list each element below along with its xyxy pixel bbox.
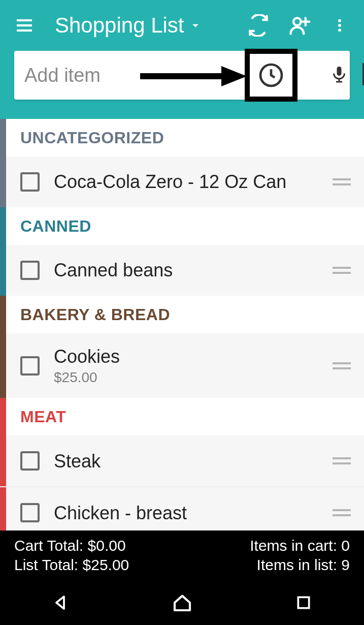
system-nav-bar	[0, 580, 364, 625]
svg-rect-22	[298, 597, 309, 608]
category-label: CANNED	[20, 217, 91, 236]
drag-handle[interactable]	[332, 509, 352, 516]
square-icon	[295, 595, 312, 611]
list-item[interactable]: Coca-Cola Zero - 12 Oz Can	[0, 157, 364, 207]
category-label: MEAT	[20, 408, 66, 426]
nav-recent-button[interactable]	[283, 587, 324, 618]
category-header-uncategorized[interactable]: UNCATEGORIZED	[0, 119, 364, 157]
category-header-canned[interactable]: CANNED	[0, 207, 364, 245]
item-name: Chicken - breast	[54, 502, 332, 524]
clock-icon	[257, 61, 285, 89]
item-name: Steak	[54, 450, 332, 472]
list-item[interactable]: Steak	[0, 435, 364, 486]
title-text: Shopping List	[55, 13, 184, 38]
history-button-highlight	[245, 49, 297, 102]
history-button[interactable]	[257, 61, 285, 89]
item-checkbox[interactable]	[20, 451, 40, 471]
svg-marker-10	[221, 66, 247, 86]
category-header-bakery[interactable]: BAKERY & BREAD	[0, 296, 364, 333]
svg-marker-21	[56, 597, 64, 609]
arrow-annotation	[140, 66, 247, 86]
sync-icon	[247, 14, 270, 37]
items-in-list-label: Items in list: 9	[250, 556, 350, 574]
category-stripe	[0, 207, 6, 245]
item-name: Cookies	[54, 346, 332, 367]
category-stripe	[0, 296, 6, 333]
category-stripe	[0, 157, 6, 207]
category-stripe	[0, 245, 6, 296]
category-stripe	[0, 487, 6, 530]
person-add-icon	[288, 14, 310, 37]
item-checkbox[interactable]	[20, 261, 40, 280]
more-button[interactable]	[325, 11, 354, 40]
menu-button[interactable]	[10, 11, 39, 40]
more-vert-icon	[332, 15, 348, 36]
drag-handle[interactable]	[332, 362, 352, 369]
category-label: BAKERY & BREAD	[20, 305, 170, 324]
item-checkbox[interactable]	[20, 503, 40, 522]
category-stripe	[0, 333, 6, 398]
item-checkbox[interactable]	[20, 172, 40, 192]
back-icon	[52, 593, 70, 612]
svg-point-8	[338, 28, 341, 32]
item-checkbox[interactable]	[20, 356, 40, 376]
drag-handle[interactable]	[332, 267, 352, 274]
list-total-label: List Total: $25.00	[14, 556, 129, 574]
category-stripe	[0, 119, 6, 157]
svg-point-7	[338, 24, 341, 27]
list-item[interactable]: Cookies $25.00	[0, 333, 364, 398]
category-stripe	[0, 398, 6, 435]
drag-handle[interactable]	[332, 457, 352, 464]
cart-total-label: Cart Total: $0.00	[14, 537, 129, 554]
category-header-meat[interactable]: MEAT	[0, 398, 364, 435]
list-item[interactable]: Canned beans	[0, 245, 364, 296]
nav-home-button[interactable]	[162, 587, 203, 618]
page-title[interactable]: Shopping List	[51, 13, 203, 38]
category-label: UNCATEGORIZED	[20, 129, 164, 147]
add-item-bar	[14, 51, 350, 100]
svg-point-6	[338, 19, 341, 22]
app-bar: Shopping List	[0, 0, 364, 119]
list-item[interactable]: Chicken - breast	[0, 487, 364, 530]
chevron-down-icon	[188, 18, 203, 33]
nav-back-button[interactable]	[41, 587, 81, 618]
hamburger-icon	[14, 15, 35, 36]
item-price: $25.00	[54, 369, 332, 386]
voice-input-button[interactable]	[330, 62, 348, 88]
home-icon	[172, 592, 192, 613]
add-person-button[interactable]	[285, 11, 313, 40]
shopping-list: UNCATEGORIZED Coca-Cola Zero - 12 Oz Can…	[0, 119, 364, 530]
svg-point-3	[293, 18, 301, 25]
item-name: Coca-Cola Zero - 12 Oz Can	[54, 171, 332, 193]
microphone-icon	[330, 62, 348, 86]
item-name: Canned beans	[54, 259, 332, 281]
drag-handle[interactable]	[332, 178, 352, 185]
items-in-cart-label: Items in cart: 0	[250, 537, 350, 554]
totals-footer: Cart Total: $0.00 List Total: $25.00 Ite…	[0, 530, 364, 580]
sync-button[interactable]	[244, 11, 273, 40]
category-stripe	[0, 435, 6, 486]
